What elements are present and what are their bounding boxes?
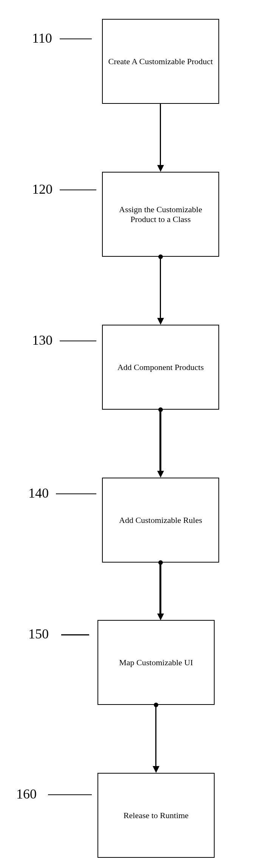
- step-label-120: 120: [32, 181, 53, 197]
- arrowhead-140-150: [157, 614, 164, 620]
- flowchart-box-110: Create A Customizable Product: [102, 19, 219, 104]
- flowchart-box-150: Map Customizable UI: [97, 620, 215, 705]
- flowchart-box-140: Add Customizable Rules: [102, 478, 219, 563]
- step-label-150: 150: [28, 626, 49, 642]
- label-connector-130: [60, 341, 96, 341]
- arrow-130-140: [159, 410, 161, 471]
- box-text-120: Assign the Customizable Product to a Cla…: [107, 205, 215, 224]
- arrow-120-130: [160, 257, 161, 318]
- step-label-130: 130: [32, 332, 53, 348]
- label-connector-160: [48, 794, 92, 795]
- arrow-110-120: [160, 104, 161, 165]
- arrowhead-110-120: [157, 165, 164, 172]
- label-connector-140: [56, 493, 96, 494]
- step-label-140: 140: [28, 485, 49, 501]
- step-label-110: 110: [32, 30, 52, 46]
- arrow-150-160: [155, 705, 156, 766]
- flowchart-box-160: Release to Runtime: [97, 773, 215, 858]
- step-label-160: 160: [16, 786, 37, 802]
- arrow-140-150: [159, 563, 161, 614]
- box-text-140: Add Customizable Rules: [119, 515, 202, 525]
- box-text-160: Release to Runtime: [124, 811, 189, 820]
- label-connector-110: [60, 39, 92, 39]
- box-text-130: Add Component Products: [118, 362, 204, 372]
- label-connector-150: [61, 634, 89, 635]
- flowchart-box-120: Assign the Customizable Product to a Cla…: [102, 172, 219, 257]
- box-text-110: Create A Customizable Product: [108, 57, 213, 66]
- arrowhead-120-130: [157, 318, 164, 325]
- label-connector-120: [60, 190, 96, 190]
- box-text-150: Map Customizable UI: [119, 658, 193, 668]
- arrowhead-150-160: [153, 766, 159, 773]
- arrowhead-130-140: [157, 471, 164, 478]
- flowchart-box-130: Add Component Products: [102, 325, 219, 410]
